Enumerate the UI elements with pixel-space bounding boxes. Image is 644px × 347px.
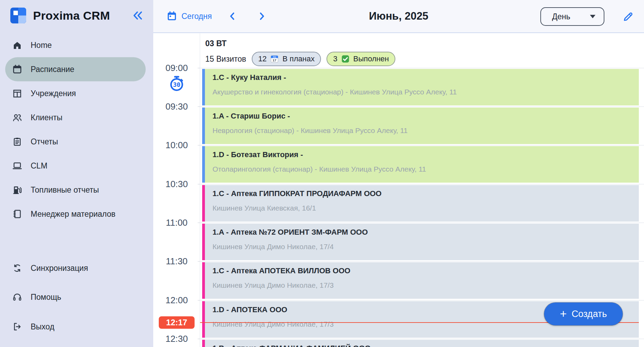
- event-subtitle: Кишинев Улица Димо Николае, 17/3: [212, 280, 639, 290]
- page-title: Июнь, 2025: [369, 10, 428, 22]
- svg-text:30: 30: [173, 81, 180, 88]
- plus-icon: +: [560, 308, 567, 319]
- day-header-date: 03 ВТ: [205, 39, 227, 48]
- logout-icon: [11, 321, 23, 333]
- sidebar-item-label: Клиенты: [31, 113, 62, 122]
- sidebar-item-fuel-reports[interactable]: Топливные отчеты: [5, 178, 146, 202]
- clients-icon: [11, 112, 23, 123]
- clipboard-icon: [11, 136, 23, 147]
- gridline: [200, 106, 644, 107]
- interval-timer-icon: 30: [153, 75, 200, 92]
- sidebar: Proxima CRM Home Расписание Учреждения К…: [0, 0, 153, 347]
- event-title: 1.C - Аптека АПОТЕКА ВИЛЛОВ ООО: [212, 266, 639, 276]
- done-check-icon: [341, 54, 350, 63]
- event-subtitle: Отоларингология (стационар) - Кишинев Ул…: [212, 164, 639, 174]
- collapse-sidebar-icon[interactable]: [131, 9, 145, 22]
- time-label: 12:00: [153, 295, 200, 306]
- sidebar-item-institutions[interactable]: Учреждения: [5, 81, 146, 105]
- done-count: 3: [333, 54, 337, 63]
- sidebar-item-label: Помощь: [31, 293, 61, 302]
- today-calendar-icon: [166, 11, 177, 22]
- event-card[interactable]: 1.C - Аптека АПОТЕКА ВИЛЛОВ ООО Кишинев …: [202, 262, 639, 299]
- planned-calendar-icon: July17: [270, 54, 279, 63]
- event-title: 1.D - Ботезат Виктория -: [212, 150, 639, 160]
- next-day-icon[interactable]: [255, 9, 269, 23]
- sidebar-item-label: CLM: [31, 161, 48, 171]
- event-subtitle: Неврология (стационар) - Кишинев Улица Р…: [212, 126, 639, 135]
- event-subtitle: Кишинев Улица Киевская, 16/1: [212, 203, 639, 213]
- event-card[interactable]: 1.B - Аптека ФАРМАЦИА ФАМИЛИЕЙ ООО: [202, 340, 639, 347]
- gridline: [200, 184, 644, 184]
- event-title: 1.C - Аптека ГИППОКРАТ ПРОДИАФАРМ ООО: [212, 188, 639, 199]
- chevron-down-icon: [590, 15, 595, 18]
- today-button[interactable]: Сегодня: [166, 0, 212, 32]
- sidebar-item-clm[interactable]: CLM: [5, 154, 146, 178]
- time-label: 10:00: [153, 140, 200, 151]
- calendar-toolbar: Сегодня Июнь, 2025 День: [153, 0, 644, 33]
- view-select[interactable]: День: [540, 7, 604, 26]
- today-label: Сегодня: [181, 12, 212, 21]
- planned-label: В планах: [282, 54, 314, 63]
- event-card[interactable]: 1.C - Аптека ГИППОКРАТ ПРОДИАФАРМ ООО Ки…: [202, 185, 639, 222]
- gridline: [200, 223, 644, 223]
- gridline: [200, 339, 644, 339]
- day-column: 03 ВТ 15 Визитов 12 July17 В планах 3 Вы…: [200, 33, 644, 347]
- sidebar-item-logout[interactable]: Выход: [5, 315, 146, 339]
- brand: Proxima CRM: [10, 7, 145, 24]
- gridline: [200, 300, 644, 300]
- headphones-icon: [11, 291, 23, 303]
- event-title: 1.C - Куку Наталия -: [212, 72, 639, 83]
- sidebar-item-label: Топливные отчеты: [31, 185, 99, 195]
- sidebar-item-sync[interactable]: Синхронизация: [5, 256, 146, 280]
- event-subtitle: Акушерство и гинекология (стационар) - К…: [212, 87, 639, 97]
- sidebar-item-label: Расписание: [31, 65, 74, 74]
- time-label: 11:30: [153, 256, 200, 267]
- event-title: 1.A - Аптека №72 ОРИЕНТ ЗМ-ФАРМ ООО: [212, 227, 639, 237]
- sidebar-item-label: Выход: [31, 322, 54, 331]
- sidebar-item-label: Менеджер материалов: [31, 210, 115, 219]
- done-label: Выполнен: [353, 54, 389, 63]
- institution-icon: [11, 88, 23, 99]
- event-card[interactable]: 1.D - Ботезат Виктория - Отоларингология…: [202, 146, 639, 183]
- sidebar-item-clients[interactable]: Клиенты: [5, 105, 146, 130]
- laptop-icon: [11, 160, 23, 172]
- gridline: [200, 261, 644, 262]
- sidebar-item-help[interactable]: Помощь: [5, 285, 146, 309]
- visits-count-label: 15 Визитов: [205, 54, 246, 64]
- done-badge[interactable]: 3 Выполнен: [326, 52, 395, 66]
- event-card[interactable]: 1.C - Куку Наталия - Акушерство и гинеко…: [202, 69, 639, 105]
- event-title: 1.B - Аптека ФАРМАЦИА ФАМИЛИЕЙ ООО: [212, 343, 639, 347]
- sidebar-item-label: Отчеты: [31, 137, 58, 146]
- event-subtitle: Кишинев Улица Димо Николае, 17/4: [212, 242, 639, 252]
- app-title: Proxima CRM: [33, 9, 110, 22]
- sidebar-item-materials-manager[interactable]: Менеджер материалов: [5, 202, 146, 226]
- planned-count: 12: [258, 54, 267, 63]
- sidebar-nav: Home Расписание Учреждения Клиенты Отчет…: [0, 33, 153, 226]
- sidebar-item-reports[interactable]: Отчеты: [5, 130, 146, 154]
- time-label: 09:30: [153, 101, 200, 112]
- event-card[interactable]: 1.A - Стариш Борис - Неврология (стацион…: [202, 108, 639, 144]
- event-title: 1.A - Стариш Борис -: [212, 111, 639, 121]
- day-header-counts: 15 Визитов 12 July17 В планах 3 Выполнен: [205, 51, 395, 67]
- planned-badge[interactable]: 12 July17 В планах: [252, 52, 321, 66]
- prev-day-icon[interactable]: [226, 9, 239, 23]
- time-label: 10:30: [153, 179, 200, 190]
- materials-journal-icon: [11, 208, 23, 220]
- gridline: [200, 145, 644, 145]
- sync-icon: [11, 262, 23, 274]
- sidebar-item-label: Синхронизация: [31, 264, 88, 273]
- view-select-value: День: [552, 12, 570, 21]
- edit-icon[interactable]: [621, 10, 635, 23]
- create-button[interactable]: + Создать: [544, 303, 623, 325]
- svg-text:17: 17: [273, 58, 277, 62]
- event-card[interactable]: 1.A - Аптека №72 ОРИЕНТ ЗМ-ФАРМ ООО Киши…: [202, 224, 639, 260]
- time-label: 11:00: [153, 217, 200, 228]
- svg-text:July: July: [273, 56, 276, 58]
- sidebar-item-label: Учреждения: [31, 89, 76, 98]
- time-label: 09:00: [153, 63, 200, 73]
- sidebar-item-label: Home: [31, 41, 52, 50]
- current-time-badge: 12:17: [159, 316, 195, 329]
- sidebar-item-schedule[interactable]: Расписание: [5, 57, 146, 81]
- sidebar-item-home[interactable]: Home: [5, 33, 146, 57]
- time-gutter: 30 09:00 09:30 10:00 10:30 11:00 11:30 1…: [153, 33, 200, 347]
